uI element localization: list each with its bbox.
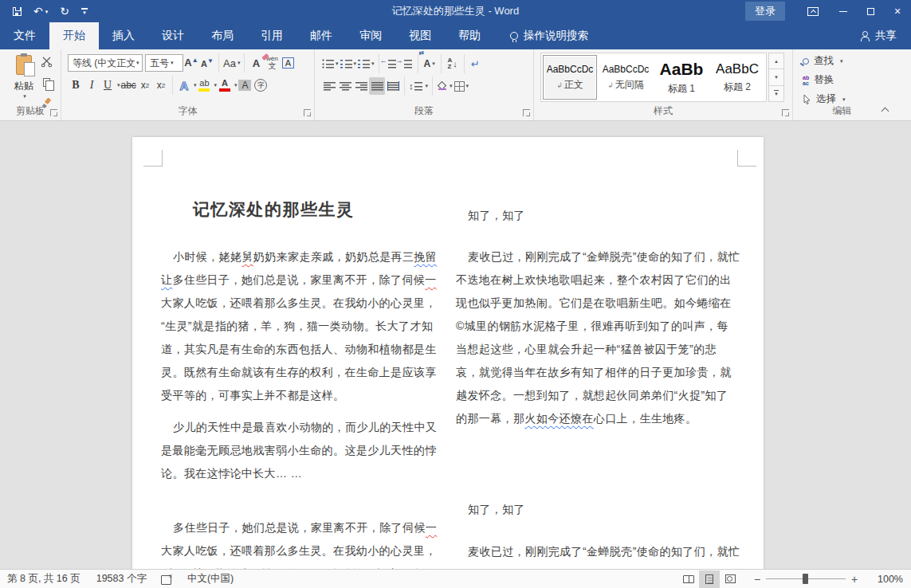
proofing-status-icon[interactable] [161,574,171,584]
text-line[interactable]: 当想起这些，心里就会升起一种“猛兽被囚于笼”的悲 [456,338,735,361]
text-line[interactable]: 灵。既然有生命就该有生存的权利，在生命上是应该享 [161,361,440,384]
grammar-error-text[interactable]: 挽留 [414,250,437,263]
spelling-error-text[interactable]: 舅 [241,250,253,263]
spelling-error-text[interactable]: 一 [426,521,437,534]
bullets-icon[interactable]: ▾ [321,55,340,73]
customize-qat-icon[interactable]: ▾ [81,8,88,14]
styles-scroll-down-icon[interactable]: ▼ [768,69,784,85]
tell-me-search[interactable]: 操作说明搜索 [510,22,588,49]
doc-heading[interactable]: 知了，知了 [456,204,735,227]
grammar-error-text[interactable]: 火如今还燎在 [524,412,593,425]
text-highlight-icon[interactable]: ab [196,76,212,94]
distribute-icon[interactable] [385,77,401,95]
tab-references[interactable]: 引用 [247,22,296,49]
borders-icon[interactable]: ▾ [454,77,470,95]
show-marks-icon[interactable]: ↵ [468,55,484,73]
zoom-slider-track[interactable] [766,578,846,579]
text-line[interactable]: 麦收已过，刚刚完成了“金蝉脱壳”使命的知了们，就忙 [456,540,735,563]
styles-scroll-up-icon[interactable]: ▲ [768,53,784,69]
doc-heading[interactable]: 知了，知了 [456,498,735,521]
tab-view[interactable]: 视图 [395,22,445,49]
tab-help[interactable]: 帮助 [445,22,494,49]
enclose-characters-icon[interactable]: 字 [253,76,269,94]
text-line[interactable]: “生灵”就是指的猪，羊，狗，猫一类动物。长大了才知 [161,315,440,338]
text-line[interactable]: 现也似乎更加热闹。它们是在歌唱新生吧。如今蜷缩在 [456,292,735,315]
save-icon[interactable] [13,7,22,16]
ribbon-display-options-icon[interactable] [807,7,819,16]
tab-home[interactable]: 开始 [49,22,99,49]
increase-indent-icon[interactable]: → [399,55,414,73]
page-indicator[interactable]: 第 8 页, 共 16 页 [7,572,80,586]
asian-layout-icon[interactable]: A▾ [422,55,438,73]
change-case-icon[interactable]: Aa▾ [222,54,241,72]
doc-paragraph[interactable]: 麦收已过，刚刚完成了“金蝉脱壳”使命的知了们，就忙不迭地在树上欢快地歌唱起来，整… [456,245,735,430]
text-line[interactable]: 多住些日子，她们总是说，家里离不开，除了伺候一 [161,516,440,539]
style-heading2[interactable]: AaBbC 标题 2 [710,55,764,100]
style-heading1[interactable]: AaBb 标题 1 [654,55,709,100]
justify-icon[interactable] [369,77,385,95]
text-line[interactable]: 道，其实凡是有生命的东西包括人、动物和植物都是生 [161,338,440,361]
clipboard-dialog-launcher-icon[interactable] [50,109,57,116]
tab-file[interactable]: 文件 [0,22,49,49]
word-count[interactable]: 19583 个字 [96,572,147,586]
shrink-font-icon[interactable]: A▼ [199,54,215,72]
spelling-error-text[interactable]: 一 [425,273,436,286]
font-dialog-launcher-icon[interactable] [304,109,311,116]
font-name-combobox[interactable]: 等线 (中文正文▾ [68,54,143,72]
tab-insert[interactable]: 插入 [99,22,148,49]
style-no-spacing[interactable]: AaBbCcDc ↲无间隔 [599,55,653,100]
read-mode-icon[interactable] [678,570,699,588]
web-layout-icon[interactable] [720,570,740,588]
italic-icon[interactable]: I [84,76,100,94]
text-line[interactable]: 哀，就觉得当年在故乡有知了相伴的日子更加珍贵，就 [456,361,735,384]
multilevel-list-icon[interactable]: ▾ [357,55,375,73]
copy-icon[interactable] [38,75,54,89]
text-line[interactable]: 受平等的，可事实上并不都是这样。 [161,384,440,407]
character-border-icon[interactable]: A [280,54,296,72]
style-normal[interactable]: AaBbCcDc ↲正文 [543,55,597,100]
minimize-button[interactable] [830,0,857,22]
doc-paragraph[interactable]: 少儿的天性中是最喜欢小动物的，而少儿的天性中又是最能毫无顾忌地戕害弱小生命的。这… [161,416,440,485]
character-shading-icon[interactable]: A [237,76,253,94]
numbering-icon[interactable]: ▾ [340,55,358,73]
tab-review[interactable]: 审阅 [346,22,395,49]
redo-icon[interactable]: ↻ [60,6,69,17]
close-button[interactable]: × [884,0,911,22]
sign-in-button[interactable]: 登录 [745,2,785,21]
doc-paragraph[interactable]: 多住些日子，她们总是说，家里离不开，除了伺候一大家人吃饭，还喂着那么多生灵。在我… [161,516,440,569]
tab-layout[interactable]: 布局 [198,22,247,49]
zoom-in-icon[interactable]: + [849,573,860,586]
grammar-error-text[interactable]: 让 [161,273,172,286]
bold-icon[interactable]: B [68,76,84,94]
text-line[interactable]: ©城里的钢筋水泥格子里，很难再听到知了的叫声，每 [456,315,735,338]
subscript-icon[interactable]: x2 [137,76,153,94]
text-line[interactable]: 越发怀念。一想到知了，就想起伙同弟弟们“火捉”知了 [456,384,735,407]
clear-formatting-icon[interactable]: A [248,54,264,72]
text-line[interactable]: 不迭地在树上欢快地歌唱起来，整个农村因了它们的出 [456,269,735,292]
text-line[interactable]: “生灵”就是指的猪，羊，狗，猫一类动物。长大了才知 [161,563,440,569]
text-line[interactable]: 是最能毫无顾忌地戕害弱小生命的。这是少儿天性的悖 [161,439,440,462]
grow-font-icon[interactable]: A▲ [183,54,199,72]
font-color-icon[interactable]: A [217,76,233,94]
document-page[interactable]: 记忆深处的那些生灵小时候，姥姥舅奶奶来家走亲戚，奶奶总是再三挽留让多住些日子，她… [132,137,764,569]
text-line[interactable]: 让多住些日子，她们总是说，家里离不开，除了伺候一 [161,269,440,292]
line-spacing-icon[interactable]: ↕▾ [408,77,429,95]
text-line[interactable]: 论。我在这悖论中长大… … [161,462,440,485]
text-effects-icon[interactable]: A [176,76,192,94]
language-indicator[interactable]: 中文(中国) [187,572,234,586]
superscript-icon[interactable]: x2 [153,76,169,94]
doc-title[interactable]: 记忆深处的那些生灵 [161,198,440,221]
align-right-icon[interactable] [353,77,369,95]
paragraph-dialog-launcher-icon[interactable] [523,109,530,116]
maximize-button[interactable] [857,0,884,22]
zoom-slider-handle[interactable] [803,574,808,584]
text-line[interactable]: 不迭地在树上欢快地歌唱起来，整个农村因了它们的出 [456,563,735,569]
text-line[interactable]: 大家人吃饭，还喂着那么多生灵。在我幼小的心灵里， [161,292,440,315]
doc-paragraph[interactable]: 小时候，姥姥舅奶奶来家走亲戚，奶奶总是再三挽留让多住些日子，她们总是说，家里离不… [161,245,440,407]
underline-icon[interactable]: U [100,76,116,94]
text-line[interactable]: 大家人吃饭，还喂着那么多生灵。在我幼小的心灵里， [161,539,440,563]
print-layout-icon[interactable] [699,570,720,588]
zoom-level[interactable]: 100% [870,574,903,585]
tab-mailings[interactable]: 邮件 [296,22,346,49]
find-button[interactable]: 查找▾ [803,54,846,68]
